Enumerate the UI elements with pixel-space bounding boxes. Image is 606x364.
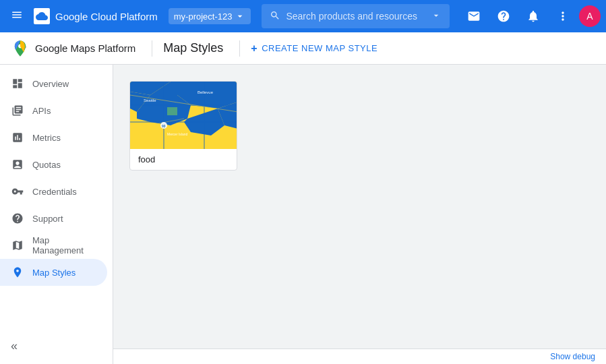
secondary-nav: Google Maps Platform Map Styles + CREATE… [0, 32, 606, 65]
svg-text:Bellevue: Bellevue [198, 90, 214, 94]
sidebar-item-overview[interactable]: Overview [0, 70, 107, 97]
project-chip[interactable]: my-project-123 [169, 8, 251, 24]
search-icon [270, 10, 280, 23]
create-label: CREATE NEW MAP STYLE [262, 43, 377, 53]
collapse-icon: « [11, 339, 18, 353]
sidebar-item-label: APIs [32, 106, 51, 116]
svg-rect-11 [167, 107, 177, 115]
cloud-logo [34, 8, 50, 24]
map-style-card[interactable]: Seattle Bellevue Mercer Island 90 food [129, 81, 237, 171]
maps-brand: Google Maps Platform [35, 42, 135, 54]
sidebar-item-label: Overview [32, 79, 69, 89]
support-icon [11, 212, 24, 225]
sidebar-item-label: Support [32, 214, 63, 224]
brand: Google Cloud Platform [28, 8, 163, 24]
map-thumbnail: Seattle Bellevue Mercer Island 90 [130, 82, 237, 149]
avatar[interactable]: A [579, 5, 601, 27]
sidebar-item-support[interactable]: Support [0, 205, 107, 232]
sidebar-item-map-management[interactable]: Map Management [0, 232, 107, 259]
sidebar-item-metrics[interactable]: Metrics [0, 124, 107, 151]
sidebar-item-apis[interactable]: APIs [0, 97, 107, 124]
map-card-label: food [130, 149, 237, 170]
email-button[interactable] [460, 3, 487, 30]
project-label: my-project-123 [174, 11, 233, 22]
sidebar-item-map-styles[interactable]: Map Styles [0, 259, 107, 286]
top-nav: Google Cloud Platform my-project-123 A [0, 0, 606, 32]
plus-icon: + [251, 42, 257, 55]
overview-icon [11, 77, 24, 90]
sidebar-collapse-button[interactable]: « [5, 334, 23, 359]
quotas-icon [11, 158, 24, 171]
sidebar-item-label: Credentials [32, 187, 77, 197]
svg-text:Mercer Island: Mercer Island [167, 132, 188, 136]
brand-title: Google Cloud Platform [55, 11, 158, 22]
search-dropdown-icon[interactable] [431, 10, 442, 23]
nav-divider-2 [239, 40, 240, 57]
footer-bar: Show debug [113, 348, 606, 364]
apis-icon [11, 104, 24, 117]
sidebar-item-label: Quotas [32, 160, 61, 170]
create-new-map-style-button[interactable]: + CREATE NEW MAP STYLE [251, 42, 377, 55]
notification-button[interactable] [520, 3, 547, 30]
svg-text:Seattle: Seattle [144, 98, 156, 102]
nav-divider [152, 40, 152, 57]
sidebar: Overview APIs Metrics Quotas Credentials [0, 65, 113, 364]
main-content: Seattle Bellevue Mercer Island 90 food [113, 65, 606, 364]
more-button[interactable] [549, 3, 576, 30]
page-title: Map Styles [163, 41, 223, 55]
sidebar-item-credentials[interactable]: Credentials [0, 178, 107, 205]
map-management-icon [11, 239, 24, 252]
layout: Overview APIs Metrics Quotas Credentials [0, 65, 606, 364]
map-styles-icon [11, 266, 24, 279]
sidebar-item-quotas[interactable]: Quotas [0, 151, 107, 178]
help-button[interactable] [490, 3, 517, 30]
maps-logo [11, 39, 30, 58]
search-bar[interactable] [262, 4, 450, 28]
show-debug-link[interactable]: Show debug [550, 352, 595, 361]
sidebar-item-label: Metrics [32, 133, 61, 143]
credentials-icon [11, 185, 24, 198]
metrics-icon [11, 131, 24, 144]
search-input[interactable] [286, 11, 425, 22]
right-icons: A [460, 3, 601, 30]
sidebar-item-label: Map Styles [32, 268, 75, 278]
menu-icon[interactable] [5, 3, 28, 30]
sidebar-item-label: Map Management [32, 235, 96, 255]
map-cards-container: Seattle Bellevue Mercer Island 90 food [129, 81, 590, 171]
svg-text:90: 90 [162, 124, 166, 128]
